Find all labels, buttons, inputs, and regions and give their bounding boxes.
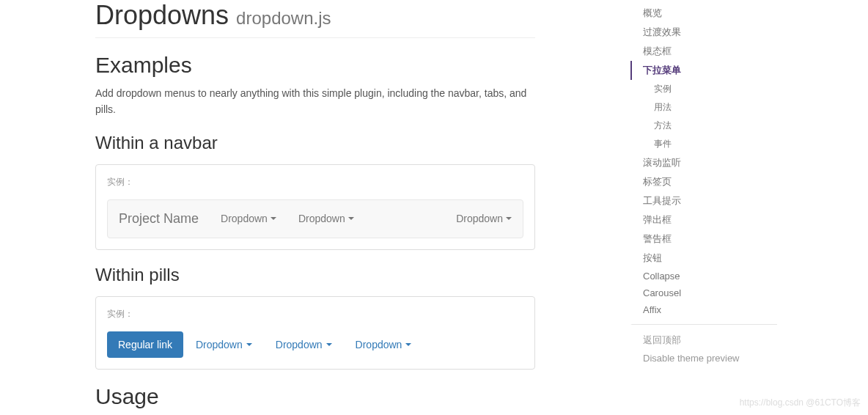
sidebar-item-affix[interactable]: Affix [630,301,777,318]
sidebar: 概览 过渡效果 模态框 下拉菜单 实例 用法 方法 事件 滚动监听 标签页 工具… [630,0,777,415]
caret-icon [326,343,332,346]
examples-intro: Add dropdown menus to nearly anything wi… [95,85,535,118]
sidebar-item-tooltips[interactable]: 工具提示 [630,191,777,210]
sidebar-item-usage[interactable]: 用法 [630,98,777,117]
pill-regular-link[interactable]: Regular link [107,331,183,358]
sidebar-item-methods[interactable]: 方法 [630,117,777,135]
sidebar-divider [630,324,777,325]
sidebar-item-tabs[interactable]: 标签页 [630,172,777,191]
navbar-dropdown-1[interactable]: Dropdown [210,202,287,235]
dropdown-label: Dropdown [196,339,243,350]
usage-heading: Usage [95,384,535,409]
dropdown-label: Dropdown [356,339,402,350]
sidebar-item-scrollspy[interactable]: 滚动监听 [630,153,777,172]
caret-icon [246,343,252,346]
main-content: Dropdowns dropdown.js Examples Add dropd… [0,0,630,415]
navbar-heading: Within a navbar [95,133,535,153]
sidebar-item-overview[interactable]: 概览 [630,4,777,23]
navbar: Project Name Dropdown Dropdown Dropdown [107,199,523,238]
examples-heading: Examples [95,53,535,78]
example-label-pills: 实例： [107,308,523,320]
sidebar-item-examples[interactable]: 实例 [630,80,777,98]
dropdown-label: Dropdown [221,213,268,224]
title-subtitle: dropdown.js [236,8,331,28]
title-text: Dropdowns [95,0,229,30]
pills-nav: Regular link Dropdown Dropdown Dropdown [107,331,523,358]
page-title: Dropdowns dropdown.js [95,0,535,31]
pill-dropdown-1[interactable]: Dropdown [185,331,263,358]
sidebar-disable-theme[interactable]: Disable theme preview [630,350,777,367]
dropdown-label: Dropdown [456,213,503,224]
sidebar-item-dropdowns[interactable]: 下拉菜单 [630,61,777,80]
pills-example-box: 实例： Regular link Dropdown Dropdown Dropd… [95,296,535,370]
sidebar-item-events[interactable]: 事件 [630,135,777,153]
caret-icon [506,217,512,220]
navbar-dropdown-right[interactable]: Dropdown [445,202,523,235]
example-label-navbar: 实例： [107,176,523,188]
navbar-example-box: 实例： Project Name Dropdown Dropdown Dropd… [95,164,535,250]
sidebar-item-transitions[interactable]: 过渡效果 [630,23,777,42]
sidebar-back-to-top[interactable]: 返回顶部 [630,331,777,350]
sidebar-item-buttons[interactable]: 按钮 [630,249,777,268]
caret-icon [348,217,354,220]
caret-icon [405,343,411,346]
watermark: https://blog.csdn @61CTO博客 [740,397,861,409]
caret-icon [271,217,276,220]
sidebar-item-carousel[interactable]: Carousel [630,284,777,301]
dropdown-label: Dropdown [298,213,345,224]
sidebar-item-alerts[interactable]: 警告框 [630,229,777,249]
pill-dropdown-2[interactable]: Dropdown [265,331,343,358]
pill-dropdown-3[interactable]: Dropdown [345,331,423,358]
page-header: Dropdowns dropdown.js [95,0,535,38]
navbar-brand[interactable]: Project Name [108,200,210,238]
sidebar-item-modals[interactable]: 模态框 [630,42,777,61]
sidebar-item-popovers[interactable]: 弹出框 [630,210,777,229]
sidebar-nav: 概览 过渡效果 模态框 下拉菜单 实例 用法 方法 事件 滚动监听 标签页 工具… [630,4,777,367]
pills-heading: Within pills [95,265,535,285]
sidebar-item-collapse[interactable]: Collapse [630,268,777,284]
dropdown-label: Dropdown [276,339,323,350]
navbar-dropdown-2[interactable]: Dropdown [287,202,365,235]
